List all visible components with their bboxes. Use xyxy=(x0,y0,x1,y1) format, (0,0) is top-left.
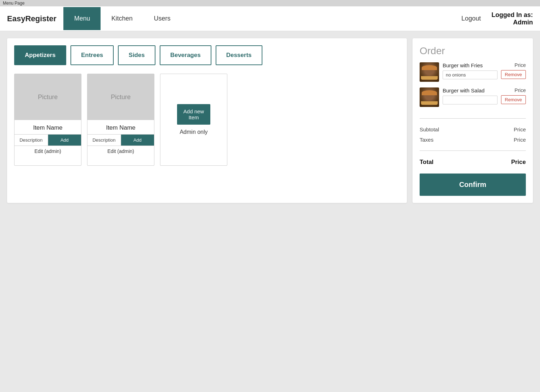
taxes-row: Taxes Price xyxy=(420,135,526,145)
menu-items-grid: Picture Item Name Description Add Edit (… xyxy=(14,74,400,166)
order-item-price-col-2: Price Remove xyxy=(501,87,526,104)
nav-item-menu[interactable]: Menu xyxy=(63,7,101,30)
cat-tab-beverages[interactable]: Beverages xyxy=(160,45,211,65)
order-item-image-2 xyxy=(420,87,439,107)
menu-item-picture-1: Picture xyxy=(15,74,81,120)
order-divider-1 xyxy=(420,118,526,119)
add-button-2[interactable]: Add xyxy=(121,134,154,146)
right-panel: Order Burger with Fries Price Remove Bur… xyxy=(413,38,533,203)
order-summary: Subtotal Price Taxes Price Total Price C… xyxy=(420,113,526,196)
order-item-price-col-1: Price Remove xyxy=(501,62,526,79)
title-bar-label: Menu Page xyxy=(3,1,24,6)
category-tabs: Appetizers Entrees Sides Beverages Desse… xyxy=(14,45,400,65)
order-item-price-label-2: Price xyxy=(515,87,526,93)
menu-item-card-1: Picture Item Name Description Add Edit (… xyxy=(14,74,81,166)
order-item-2: Burger with Salad Price Remove xyxy=(420,87,526,107)
order-item-note-1[interactable] xyxy=(443,70,498,79)
taxes-value: Price xyxy=(514,137,526,143)
subtotal-value: Price xyxy=(514,126,526,132)
burger-image-1 xyxy=(420,62,439,82)
brand-name: EasyRegister xyxy=(7,14,56,23)
total-row: Total Price xyxy=(420,157,526,168)
edit-admin-button-2[interactable]: Edit (admin) xyxy=(87,146,154,157)
order-item-note-2[interactable] xyxy=(443,96,498,104)
nav-item-kitchen[interactable]: Kitchen xyxy=(101,7,143,30)
menu-item-actions-1: Description Add xyxy=(15,134,81,146)
subtotal-row: Subtotal Price xyxy=(420,124,526,135)
admin-only-label: Admin only xyxy=(180,129,208,135)
order-item-image-1 xyxy=(420,62,439,82)
order-item-name-2: Burger with Salad xyxy=(443,87,498,93)
order-item-price-label-1: Price xyxy=(515,62,526,68)
main-content: Appetizers Entrees Sides Beverages Desse… xyxy=(0,31,540,210)
add-new-item-button[interactable]: Add newItem xyxy=(177,104,210,125)
add-new-card: Add newItem Admin only xyxy=(160,74,227,166)
order-title: Order xyxy=(420,45,526,57)
menu-item-name-1: Item Name xyxy=(15,120,81,134)
left-panel: Appetizers Entrees Sides Beverages Desse… xyxy=(7,38,407,203)
title-bar: Menu Page xyxy=(0,0,540,6)
cat-tab-appetizers[interactable]: Appetizers xyxy=(14,45,66,65)
navbar: EasyRegister Menu Kitchen Users Logout L… xyxy=(0,6,540,31)
logged-in-label: Logged In as:Admin xyxy=(491,11,533,26)
cat-tab-desserts[interactable]: Desserts xyxy=(216,45,262,65)
order-item-details-1: Burger with Fries xyxy=(443,62,498,79)
nav-right: Logout Logged In as:Admin xyxy=(461,11,533,26)
logout-button[interactable]: Logout xyxy=(461,15,481,22)
total-label: Total xyxy=(420,159,433,166)
description-button-2[interactable]: Description xyxy=(87,134,121,146)
menu-item-actions-2: Description Add xyxy=(87,134,154,146)
menu-item-card-2: Picture Item Name Description Add Edit (… xyxy=(87,74,154,166)
edit-admin-button-1[interactable]: Edit (admin) xyxy=(15,146,81,157)
confirm-button[interactable]: Confirm xyxy=(420,174,526,196)
remove-button-2[interactable]: Remove xyxy=(501,95,526,104)
description-button-1[interactable]: Description xyxy=(15,134,48,146)
taxes-label: Taxes xyxy=(420,137,433,143)
order-item-1: Burger with Fries Price Remove xyxy=(420,62,526,82)
burger-image-2 xyxy=(420,87,439,107)
total-value: Price xyxy=(511,159,526,166)
menu-item-name-2: Item Name xyxy=(87,120,154,134)
nav-item-users[interactable]: Users xyxy=(143,7,181,30)
menu-item-picture-2: Picture xyxy=(87,74,154,120)
order-item-details-2: Burger with Salad xyxy=(443,87,498,104)
cat-tab-entrees[interactable]: Entrees xyxy=(70,45,114,65)
order-divider-2 xyxy=(420,150,526,151)
add-button-1[interactable]: Add xyxy=(48,134,81,146)
cat-tab-sides[interactable]: Sides xyxy=(118,45,155,65)
subtotal-label: Subtotal xyxy=(420,126,439,132)
order-item-name-1: Burger with Fries xyxy=(443,62,498,68)
remove-button-1[interactable]: Remove xyxy=(501,70,526,79)
